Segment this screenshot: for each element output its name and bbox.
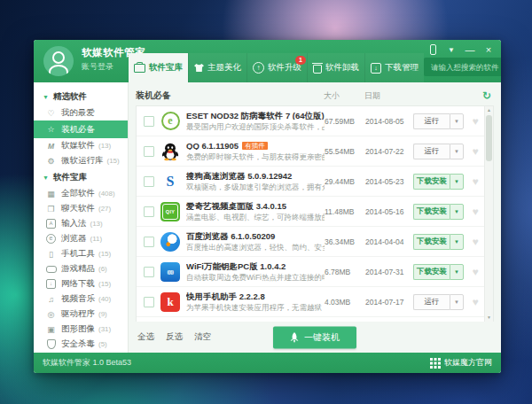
favorite-icon[interactable]: ♥: [468, 115, 482, 128]
sidebar-item-input-method[interactable]: A输入法(13): [34, 216, 128, 231]
scrollbar[interactable]: ▲ ▼: [484, 106, 493, 322]
item-size: 55.54MB: [325, 147, 365, 156]
chevron-down-icon[interactable]: ▼: [450, 264, 464, 280]
favorite-icon[interactable]: ♥: [468, 145, 482, 158]
chevron-down-icon[interactable]: ▼: [450, 234, 464, 250]
button-label[interactable]: 运行: [413, 113, 450, 129]
sidebar-section-treasury[interactable]: ▼软件宝库: [34, 168, 128, 186]
chevron-down-icon[interactable]: ▼: [450, 144, 464, 159]
button-label[interactable]: 下载安装: [413, 174, 450, 190]
tab-software-treasury[interactable]: 软件宝库: [129, 53, 188, 82]
checkbox[interactable]: [144, 146, 154, 157]
favorite-icon[interactable]: ♥: [468, 266, 482, 278]
item-size: 6.78MB: [325, 268, 365, 276]
sidebar-item-archive[interactable]: ▤压缩刻录: [34, 352, 128, 353]
sidebar-item-phone-tools[interactable]: ▯手机工具(15): [34, 246, 128, 261]
chevron-down-icon[interactable]: ▼: [450, 113, 464, 129]
item-count: (27): [98, 205, 111, 213]
sidebar-item-label: 图形图像: [61, 323, 95, 335]
sidebar-item-ruanmei-software[interactable]: M软媒软件(13): [34, 138, 128, 153]
favorite-icon[interactable]: ♥: [468, 175, 482, 188]
sidebar-item-net-download[interactable]: ↓网络下载(15): [34, 276, 128, 291]
gear-icon: ⚙: [45, 157, 57, 166]
sidebar-item-chat[interactable]: ❐聊天软件(27): [34, 201, 128, 216]
download-install-button[interactable]: 下载安装▼: [413, 234, 464, 250]
clear-selection-link[interactable]: 清空: [194, 331, 211, 343]
invert-selection-link[interactable]: 反选: [166, 331, 183, 343]
sidebar-item-video-music[interactable]: ♫视频音乐(40): [34, 291, 128, 307]
button-label[interactable]: 下载安装: [413, 264, 450, 280]
checkbox[interactable]: [144, 116, 154, 127]
scrollbar-thumb[interactable]: [486, 115, 492, 161]
item-title: ESET NOD32 防病毒软件 7 (64位版): [186, 112, 325, 120]
checkbox[interactable]: [144, 267, 154, 277]
run-button[interactable]: 运行▼: [413, 113, 464, 129]
button-label[interactable]: 运行: [413, 294, 450, 310]
download-install-button[interactable]: 下载安装▼: [413, 174, 464, 190]
chevron-down-icon[interactable]: ▼: [450, 174, 464, 190]
triangle-down-icon: ▼: [43, 94, 49, 100]
run-button[interactable]: 运行▼: [413, 294, 464, 310]
button-label[interactable]: 运行: [413, 144, 450, 159]
avatar[interactable]: [43, 46, 74, 76]
download-install-button[interactable]: 下载安装▼: [413, 264, 464, 280]
iqiyi-logo-icon: QIY: [160, 202, 180, 221]
checkbox[interactable]: [144, 206, 154, 217]
button-label[interactable]: 下载安装: [413, 234, 450, 250]
favorite-icon[interactable]: ♥: [468, 296, 482, 308]
status-bar: 软媒软件管家 1.0 Beta53 软媒魔方官网: [34, 353, 501, 373]
download-install-button[interactable]: 下载安装▼: [413, 204, 464, 220]
site-link-label: 软媒魔方官网: [444, 357, 492, 369]
checkbox[interactable]: [144, 297, 154, 307]
checkbox[interactable]: [144, 176, 154, 187]
item-count: (15): [107, 157, 120, 165]
sidebar-item-graphics[interactable]: ▣图形图像(31): [34, 322, 128, 337]
item-date: 2014-05-16: [365, 207, 413, 216]
tab-download-manager[interactable]: ↓ 下载管理: [364, 53, 424, 82]
version-text: 软媒软件管家 1.0 Beta53: [43, 357, 131, 369]
one-click-install-button[interactable]: 一键装机: [273, 326, 356, 348]
sidebar-section-featured[interactable]: ▼精选软件: [34, 88, 128, 105]
run-button[interactable]: 运行▼: [413, 144, 464, 159]
tab-software-upgrade[interactable]: ↑ 软件升级 1: [246, 53, 307, 82]
favorite-icon[interactable]: ♥: [468, 236, 482, 248]
list-item-eset: e ESET NOD32 防病毒软件 7 (64位版) 最受国内用户欢迎的国际顶…: [137, 106, 493, 136]
column-size[interactable]: 大小: [324, 90, 364, 102]
search-box: [424, 58, 501, 76]
wifi-key-logo-icon: ((i)): [160, 262, 180, 282]
tab-software-uninstall[interactable]: 软件卸载: [307, 53, 364, 82]
tab-theme-beautify[interactable]: 主题美化: [188, 53, 246, 82]
sidebar-item-all-software[interactable]: ▦全部软件(408): [34, 186, 128, 201]
chevron-down-icon[interactable]: ▼: [450, 204, 464, 220]
item-count: (5): [98, 340, 107, 348]
favorite-icon[interactable]: ♥: [468, 206, 482, 218]
sidebar-item-essentials[interactable]: ☆装机必备: [34, 120, 128, 138]
sidebar-item-favorites[interactable]: ♡我的最爱: [34, 105, 128, 120]
music-note-icon: ♫: [45, 295, 57, 304]
tab-label: 下载管理: [385, 62, 419, 74]
sidebar-item-games[interactable]: 游戏精品(6): [34, 261, 128, 276]
sidebar-item-antivirus[interactable]: 安全杀毒(5): [34, 337, 128, 352]
plugin-badge: 有插件: [242, 142, 268, 151]
scroll-down-icon[interactable]: ▼: [485, 314, 493, 322]
tab-label: 软件宝库: [149, 62, 183, 74]
desktop-background: 软媒软件管家 账号登录 ▼ — × 软件宝库 主题美化 ↑: [0, 0, 532, 404]
shield-icon: [45, 339, 57, 349]
sidebar-item-label: 输入法: [61, 218, 87, 229]
sidebar-item-drivers[interactable]: ◎驱动程序(9): [34, 307, 128, 322]
checkbox[interactable]: [144, 237, 154, 247]
official-site-link[interactable]: 软媒魔方官网: [430, 357, 492, 369]
sidebar-item-browser[interactable]: e浏览器(11): [34, 231, 128, 246]
section-title: 软件宝库: [53, 172, 87, 183]
select-all-link[interactable]: 全选: [137, 331, 154, 343]
wifi-signal-glyph: ((i)): [160, 262, 180, 282]
chevron-down-icon[interactable]: ▼: [450, 294, 464, 310]
search-input[interactable]: [429, 62, 501, 73]
refresh-icon[interactable]: ↻: [480, 89, 494, 102]
item-description: 双核驱动，多级加速引擎的浏览器，拥有众多酷炫皮肤。: [186, 183, 325, 191]
sidebar-item-ms-runtime[interactable]: ⚙微软运行库(15): [34, 153, 128, 168]
button-label[interactable]: 下载安装: [413, 204, 450, 220]
sidebar-item-label: 安全杀毒: [61, 338, 95, 350]
column-date[interactable]: 日期: [364, 90, 412, 102]
scroll-up-icon[interactable]: ▲: [485, 106, 493, 114]
